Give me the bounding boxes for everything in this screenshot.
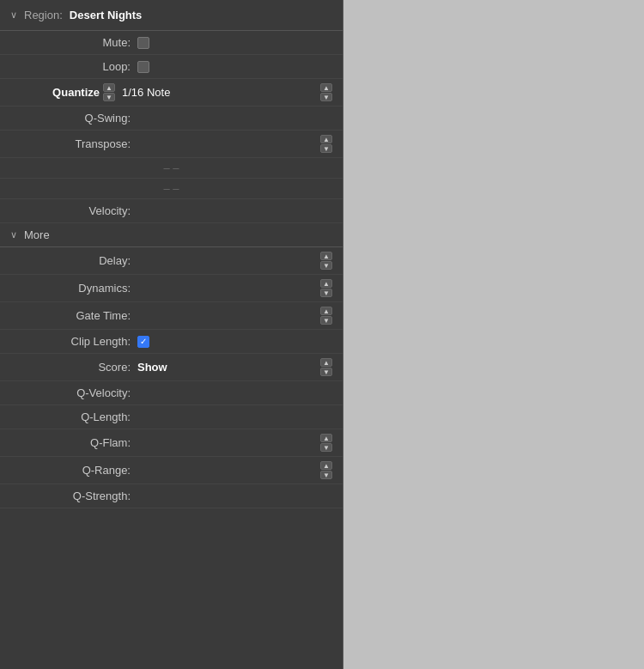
qflam-up-icon[interactable]: ▲ — [320, 434, 332, 442]
score-value: Show — [137, 361, 167, 374]
transpose-label: Transpose: — [0, 137, 137, 150]
velocity-label: Velocity: — [0, 204, 137, 217]
dynamics-down-icon[interactable]: ▼ — [320, 289, 332, 297]
velocity-row: Velocity: — [0, 199, 343, 223]
annotation-area: More disclosure arrow — [343, 0, 644, 669]
loop-checkbox[interactable] — [137, 61, 149, 73]
clip-length-checkbox[interactable]: ✓ — [137, 336, 149, 348]
more-chevron-icon: ∨ — [10, 229, 17, 240]
score-label: Score: — [0, 361, 137, 374]
clip-length-value: ✓ — [137, 336, 332, 348]
qrange-down-icon[interactable]: ▼ — [320, 471, 332, 479]
gate-time-down-icon[interactable]: ▼ — [320, 316, 332, 325]
transpose-up-icon[interactable]: ▲ — [320, 135, 332, 143]
gate-time-up-icon[interactable]: ▲ — [320, 307, 332, 315]
region-inspector-panel: ∨ Region: Desert Nights Mute: Loop: Quan… — [0, 0, 343, 669]
transpose-down-icon[interactable]: ▼ — [320, 144, 332, 153]
qlength-row: Q-Length: — [0, 405, 343, 429]
qflam-stepper[interactable]: ▲ ▼ — [320, 434, 332, 452]
gate-time-stepper[interactable]: ▲ ▼ — [320, 307, 332, 325]
more-label: More — [24, 228, 50, 241]
dynamics-row: Dynamics: ▲ ▼ — [0, 275, 343, 302]
mute-row: Mute: — [0, 31, 343, 55]
quantize-stepper-right[interactable]: ▲ ▼ — [320, 83, 332, 101]
dash-text-1: – – — [163, 161, 179, 174]
dash-row-2: – – — [0, 179, 343, 199]
qrange-stepper[interactable]: ▲ ▼ — [320, 461, 332, 479]
qflam-down-icon[interactable]: ▼ — [320, 443, 332, 452]
score-value-container: Show ▲ ▼ — [137, 358, 332, 376]
dynamics-value: ▲ ▼ — [137, 279, 332, 297]
qvelocity-row: Q-Velocity: — [0, 381, 343, 405]
qrange-row: Q-Range: ▲ ▼ — [0, 457, 343, 484]
quantize-label: Quantize — [0, 86, 103, 99]
gate-time-value: ▲ ▼ — [137, 307, 332, 325]
mute-value — [137, 37, 332, 49]
qswing-row: Q-Swing: — [0, 106, 343, 131]
transpose-row: Transpose: ▲ ▼ — [0, 131, 343, 158]
quantize-note-up-icon[interactable]: ▲ — [320, 83, 332, 92]
qlength-label: Q-Length: — [0, 411, 137, 423]
qflam-label: Q-Flam: — [0, 436, 137, 449]
transpose-stepper[interactable]: ▲ ▼ — [320, 135, 332, 153]
delay-up-icon[interactable]: ▲ — [320, 252, 332, 260]
gate-time-label: Gate Time: — [0, 309, 137, 322]
score-row: Score: Show ▲ ▼ — [0, 354, 343, 381]
delay-label: Delay: — [0, 254, 137, 267]
quantize-row: Quantize ▲ ▼ 1/16 Note ▲ ▼ — [0, 79, 343, 106]
loop-value — [137, 61, 332, 73]
qrange-value: ▲ ▼ — [137, 461, 332, 479]
score-up-icon[interactable]: ▲ — [320, 358, 332, 367]
transpose-value: ▲ ▼ — [137, 135, 332, 153]
loop-label: Loop: — [0, 60, 137, 73]
delay-row: Delay: ▲ ▼ — [0, 247, 343, 275]
qvelocity-label: Q-Velocity: — [0, 386, 137, 399]
dynamics-label: Dynamics: — [0, 282, 137, 295]
delay-stepper[interactable]: ▲ ▼ — [320, 252, 332, 270]
qflam-value: ▲ ▼ — [137, 434, 332, 452]
region-label: Region: — [24, 9, 63, 21]
loop-row: Loop: — [0, 55, 343, 79]
mute-label: Mute: — [0, 36, 137, 49]
dash-text-2: – – — [163, 182, 179, 195]
quantize-down-icon[interactable]: ▼ — [103, 93, 115, 101]
clip-length-label: Clip Length: — [0, 335, 137, 348]
gate-time-row: Gate Time: ▲ ▼ — [0, 302, 343, 330]
qstrength-label: Q-Strength: — [0, 490, 137, 502]
quantize-up-icon[interactable]: ▲ — [103, 83, 115, 92]
delay-down-icon[interactable]: ▼ — [320, 261, 332, 270]
quantize-note-down-icon[interactable]: ▼ — [320, 93, 332, 101]
qrange-label: Q-Range: — [0, 464, 137, 477]
mute-checkbox[interactable] — [137, 37, 149, 49]
qstrength-row: Q-Strength: — [0, 484, 343, 508]
qrange-up-icon[interactable]: ▲ — [320, 461, 332, 470]
more-section[interactable]: ∨ More — [0, 223, 343, 247]
clip-length-row: Clip Length: ✓ — [0, 330, 343, 354]
qswing-label: Q-Swing: — [0, 112, 137, 125]
dynamics-stepper[interactable]: ▲ ▼ — [320, 279, 332, 297]
qflam-row: Q-Flam: ▲ ▼ — [0, 429, 343, 457]
quantize-stepper-left[interactable]: ▲ ▼ — [103, 83, 115, 101]
score-stepper[interactable]: ▲ ▼ — [320, 358, 332, 376]
dynamics-up-icon[interactable]: ▲ — [320, 279, 332, 288]
delay-value: ▲ ▼ — [137, 252, 332, 270]
header-chevron-icon[interactable]: ∨ — [10, 9, 17, 21]
dash-row-1: – – — [0, 158, 343, 179]
score-down-icon[interactable]: ▼ — [320, 368, 332, 376]
panel-header: ∨ Region: Desert Nights — [0, 0, 343, 31]
region-name: Desert Nights — [70, 9, 143, 21]
quantize-value: 1/16 Note — [122, 86, 320, 99]
